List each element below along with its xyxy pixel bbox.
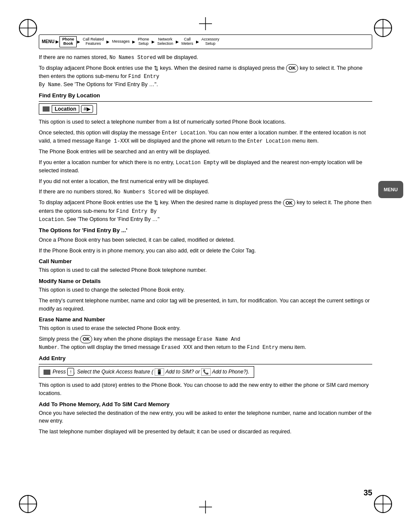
corner-decoration-tl: [17, 17, 39, 39]
options-find-heading: The Options for 'Find Entry By ...': [39, 227, 372, 233]
menu-side-label: MENU: [384, 187, 398, 192]
add-entry-feature-box: Press ↑. Select the Quick Access feature…: [39, 366, 254, 378]
divider-1: [39, 101, 372, 102]
crosshair-top: [199, 17, 212, 31]
ok-button-inline-3: OK: [80, 335, 93, 343]
add-phone-icon: 📞: [201, 368, 211, 376]
location-para-1: This option is used to select a telephon…: [39, 118, 372, 126]
hash-key: #▶: [81, 105, 93, 113]
corner-decoration-br: [372, 493, 394, 515]
feature-box-location: Location #▶: [39, 103, 372, 115]
intro-para-1: If there are no names stored, No Names S…: [39, 53, 372, 62]
nav-item-accessory-setup[interactable]: AccessorySetup: [199, 37, 222, 47]
location-para-4: If you enter a location number for which…: [39, 159, 372, 175]
nav-item-phone-setup[interactable]: PhoneSetup: [136, 37, 151, 47]
modify-name-para-2: The entry's current telephone number, na…: [39, 297, 372, 313]
up-arrow-key: ↑: [67, 368, 74, 376]
location-para-3: The Phone Book entries will be searched …: [39, 148, 372, 156]
add-to-memory-para-1: Once you have selected the destination o…: [39, 409, 372, 426]
call-number-para: This option is used to call the selected…: [39, 266, 372, 274]
location-para-5: If you did not enter a location, the fir…: [39, 177, 372, 186]
corner-decoration-bl: [17, 493, 39, 515]
scroll-icon-2: ⇅: [154, 199, 159, 207]
pencil-icon: [43, 106, 50, 112]
nav-arrow-5: ▶: [152, 40, 155, 44]
nav-item-network-selection[interactable]: NetworkSelection: [155, 37, 175, 47]
add-entry-feature-text: Press ↑. Select the Quick Access feature…: [53, 368, 249, 376]
scroll-icon: ⇅: [154, 64, 159, 73]
modify-name-para-1: This option is used to change the select…: [39, 286, 372, 294]
ok-button-inline-1: OK: [286, 64, 299, 72]
location-para-6: If there are no numbers stored, No Numbe…: [39, 188, 372, 196]
location-label: Location: [52, 105, 79, 113]
call-number-heading: Call Number: [39, 258, 372, 264]
corner-decoration-tr: [372, 17, 394, 39]
nav-arrow-4: ▶: [132, 40, 135, 44]
nav-item-call-related[interactable]: Call RelatedFeatures: [81, 37, 106, 47]
nav-arrow-2: ▶: [77, 40, 80, 44]
nav-item-call-meters[interactable]: CallMeters: [179, 37, 196, 47]
main-content: MENU ▶ PhoneBook ▶ Call RelatedFeatures …: [39, 34, 372, 439]
page-number: 35: [364, 488, 372, 498]
pencil-icon-2: [44, 370, 50, 375]
ok-button-inline-2: OK: [283, 199, 296, 207]
add-sim-icon: 📱: [155, 368, 164, 376]
divider-2: [39, 364, 372, 364]
find-by-location-heading: Find Entry By Location: [39, 92, 372, 99]
location-para-2: Once selected, this option will display …: [39, 129, 372, 145]
options-find-para-1: Once a Phone Book entry has been selecte…: [39, 236, 372, 244]
nav-menu-label: MENU: [42, 39, 54, 44]
nav-item-messages[interactable]: Messages: [110, 39, 132, 45]
nav-bar: MENU ▶ PhoneBook ▶ Call RelatedFeatures …: [39, 34, 372, 49]
intro-para-2: To display adjacent Phone Book entries u…: [39, 64, 372, 89]
nav-item-phonebook[interactable]: PhoneBook: [59, 36, 77, 47]
nav-arrow-6: ▶: [176, 40, 179, 44]
location-para-7: To display adjacent Phone Book entries u…: [39, 199, 372, 224]
nav-arrow-3: ▶: [106, 40, 109, 44]
erase-name-para-1: This option is used to erase the selecte…: [39, 324, 372, 333]
add-to-memory-para-2: The last telephone number displayed will…: [39, 428, 372, 436]
modify-name-heading: Modify Name or Details: [39, 278, 372, 284]
nav-arrow-7: ▶: [196, 40, 199, 44]
menu-side-button[interactable]: MENU: [378, 181, 403, 198]
erase-name-heading: Erase Name and Number: [39, 316, 372, 323]
nav-arrow-1: ▶: [56, 39, 59, 44]
options-find-para-2: If the Phone Book entry is in phone memo…: [39, 247, 372, 255]
add-entry-para: This option is used to add (store) entri…: [39, 381, 372, 398]
crosshair-bottom: [199, 501, 212, 515]
erase-name-para-2: Simply press the OK key when the phone d…: [39, 335, 372, 352]
add-entry-heading: Add Entry: [39, 355, 372, 361]
page: MENU 35 MENU ▶ PhoneBook ▶ Call RelatedF…: [0, 0, 411, 532]
add-to-memory-heading: Add To Phone Memory, Add To SIM Card Mem…: [39, 401, 372, 408]
